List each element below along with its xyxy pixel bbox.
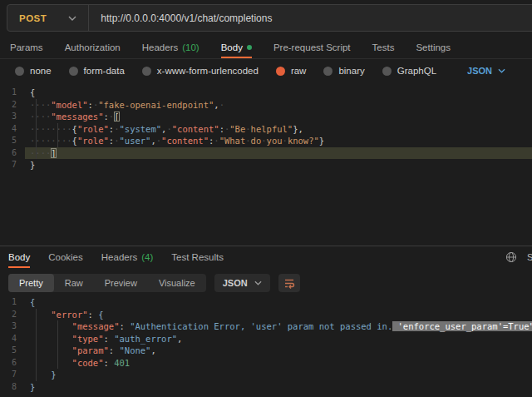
line-number: 3	[0, 320, 25, 333]
code-line: 5········{"role":·"user",·"content":·"Wh…	[0, 135, 532, 147]
body-type-x-www-form-urlencoded[interactable]: x-www-form-urlencoded	[142, 66, 259, 76]
active-tab-underline	[8, 266, 30, 268]
tab-params[interactable]: Params	[10, 37, 43, 58]
headers-count-badge: (10)	[182, 42, 199, 52]
url-input[interactable]: http://0.0.0.0:4000/v1/chat/completions	[89, 12, 272, 24]
line-number: 2	[0, 309, 25, 321]
code-content: "code": 401	[25, 357, 532, 370]
body-type-raw[interactable]: raw	[276, 66, 307, 76]
request-tabs: Params Authorization Headers(10) Body Pr…	[0, 37, 532, 59]
method-label: POST	[19, 13, 47, 23]
view-pretty-button[interactable]: Pretty	[8, 274, 54, 292]
code-line: 2····"model":·"fake-openai-endpoint",·	[0, 99, 532, 112]
line-number: 7	[0, 369, 25, 381]
tab-authorization[interactable]: Authorization	[65, 37, 121, 58]
radio-selected-icon	[276, 67, 285, 76]
language-select[interactable]: JSON	[467, 66, 505, 76]
tab-settings[interactable]: Settings	[416, 37, 451, 58]
response-tabs: Body Cookies Headers(4) Test Results S	[0, 246, 532, 268]
code-line: 1{	[0, 296, 532, 309]
code-line: 5 "param": "None",	[0, 345, 532, 357]
response-tab-test-results[interactable]: Test Results	[171, 246, 224, 268]
code-content: }	[25, 159, 532, 171]
response-tab-headers[interactable]: Headers(4)	[101, 246, 154, 268]
request-code-lines: 1{2····"model":·"fake-openai-endpoint",·…	[0, 84, 532, 171]
code-content: {	[25, 87, 532, 99]
body-type-binary[interactable]: binary	[323, 66, 364, 76]
code-content: }	[25, 381, 532, 394]
tab-tests[interactable]: Tests	[372, 37, 395, 58]
line-number: 4	[0, 123, 25, 136]
globe-icon	[505, 251, 517, 263]
tab-pre-request-script[interactable]: Pre-request Script	[273, 37, 351, 58]
code-line: 3 "message": "Authentication Error, 'use…	[0, 320, 532, 333]
response-headers-count-badge: (4)	[141, 252, 153, 262]
code-content: ········{"role":·"user",·"content":·"Wha…	[25, 135, 532, 147]
indent-guide	[36, 99, 37, 160]
indent-guide	[36, 309, 37, 381]
code-content: ········{"role":·"system",·"content":·"B…	[25, 123, 532, 136]
line-number: 1	[0, 296, 25, 309]
response-tab-cookies[interactable]: Cookies	[48, 246, 83, 268]
line-number: 5	[0, 345, 25, 357]
chevron-down-icon	[68, 16, 76, 21]
code-line: 4········{"role":·"system",·"content":·"…	[0, 123, 532, 136]
response-meta: S	[505, 246, 532, 268]
line-number: 1	[0, 87, 25, 99]
url-bar: POST http://0.0.0.0:4000/v1/chat/complet…	[7, 4, 532, 32]
code-content: ····"messages":·[	[25, 111, 532, 123]
status-label-cutoff: S	[527, 252, 532, 262]
code-line: 2 "error": {	[0, 309, 532, 321]
code-line: 6····]	[0, 147, 532, 160]
code-content: "error": {	[25, 309, 532, 321]
view-preview-button[interactable]: Preview	[94, 274, 148, 292]
line-number: 8	[0, 381, 25, 394]
method-selector[interactable]: POST	[7, 13, 88, 23]
radio-icon	[382, 67, 392, 76]
body-type-graphql[interactable]: GraphQL	[382, 66, 436, 76]
line-number: 7	[0, 159, 25, 171]
response-code-lines: 1{2 "error": {3 "message": "Authenticati…	[0, 294, 532, 393]
code-content: "param": "None",	[25, 345, 532, 357]
code-content: "message": "Authentication Error, 'user'…	[25, 320, 532, 333]
code-content: ····"model":·"fake-openai-endpoint",·	[25, 99, 532, 112]
radio-icon	[323, 67, 332, 76]
wrap-lines-button[interactable]	[278, 274, 300, 292]
radio-icon	[69, 67, 78, 76]
code-line: 6 "code": 401	[0, 357, 532, 370]
view-raw-button[interactable]: Raw	[54, 274, 94, 292]
code-content: {	[25, 296, 532, 309]
active-tab-underline	[221, 57, 252, 58]
selected-text: 'enforce_user_param'=True"	[392, 321, 532, 331]
view-visualize-button[interactable]: Visualize	[148, 274, 206, 292]
response-toolbar: Pretty Raw Preview Visualize JSON	[0, 272, 532, 294]
wrap-lines-icon	[283, 276, 296, 290]
body-type-form-data[interactable]: form-data	[69, 66, 125, 76]
code-line: 4 "type": "auth_error",	[0, 333, 532, 345]
response-language-select[interactable]: JSON	[214, 274, 270, 292]
response-view-switcher: Pretty Raw Preview Visualize	[8, 274, 206, 292]
radio-icon	[142, 67, 151, 76]
code-line: 7 }	[0, 369, 532, 381]
code-line: 8}	[0, 381, 532, 394]
body-type-none[interactable]: none	[15, 66, 52, 76]
request-body-editor[interactable]: 1{2····"model":·"fake-openai-endpoint",·…	[0, 84, 532, 246]
response-tab-body[interactable]: Body	[8, 246, 30, 268]
code-line: 3····"messages":·[	[0, 111, 532, 123]
chevron-down-icon	[254, 280, 262, 285]
tab-headers[interactable]: Headers(10)	[142, 37, 200, 58]
active-code-line: ····]	[25, 147, 532, 160]
response-body-editor[interactable]: 1{2 "error": {3 "message": "Authenticati…	[0, 294, 532, 397]
code-content: }	[25, 369, 532, 381]
network-info-button[interactable]	[505, 251, 517, 263]
indent-guide	[57, 320, 58, 369]
line-number: 3	[0, 111, 25, 123]
code-content: "type": "auth_error",	[25, 333, 532, 345]
indent-guide	[57, 123, 58, 147]
tab-body[interactable]: Body	[221, 37, 252, 58]
line-number: 2	[0, 99, 25, 112]
body-type-row: none form-data x-www-form-urlencoded raw…	[0, 59, 532, 82]
line-number: 6	[0, 357, 25, 370]
line-number: 4	[0, 333, 25, 345]
code-line: 1{	[0, 87, 532, 99]
